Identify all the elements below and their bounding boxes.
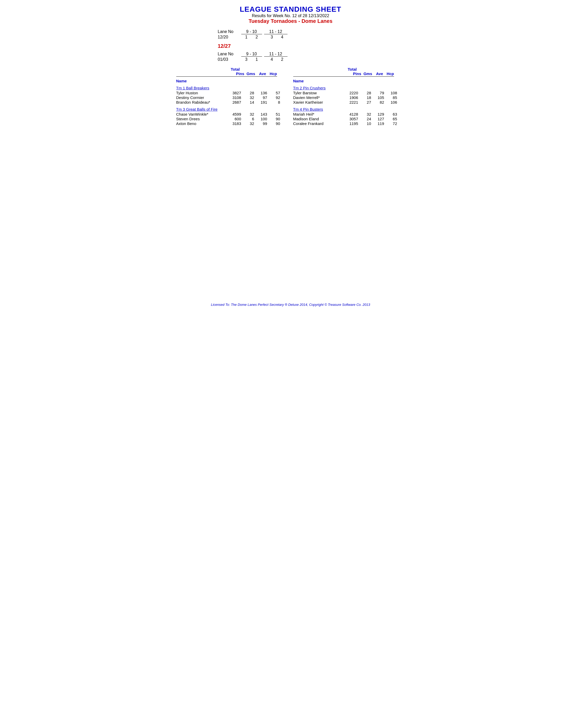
schedule2-v4: 2 — [277, 57, 287, 62]
name-header-right: Name — [293, 79, 348, 83]
lane-range2-2: 11 - 12 — [264, 52, 287, 57]
right-half: Total Pins Gms Ave Hcp Name Tm 2 Pin Cru… — [293, 67, 405, 126]
schedule1-v3: 3 — [267, 35, 277, 40]
player-name: Brandon Rabideau* — [176, 100, 228, 104]
team-1-section: Tm 1 Ball Breakers Tyler Huston 3827 28 … — [176, 86, 288, 104]
player-ave: 100 — [254, 116, 267, 121]
player-name: Madison Eland — [293, 116, 345, 121]
team-3-name: Tm 3 Great Balls of Fire — [176, 107, 288, 111]
schedule1-v4: 4 — [277, 35, 287, 40]
league-name: Tuesday Tornadoes - Dome Lanes — [176, 18, 405, 24]
player-row: Madison Eland 3057 24 127 65 — [293, 116, 405, 121]
player-ave: 191 — [254, 100, 267, 104]
lane-no-label-2: Lane No — [218, 52, 241, 56]
player-name: Tyler Barstow — [293, 91, 345, 95]
player-name: Xavier Kartheiser — [293, 100, 345, 104]
player-pins: 3827 — [228, 91, 241, 95]
player-gms: 32 — [241, 95, 254, 100]
player-ave: 82 — [371, 100, 384, 104]
player-gms: 27 — [358, 100, 371, 104]
player-row: Mariah Heil* 4128 32 129 63 — [293, 112, 405, 116]
player-pins: 1195 — [345, 121, 358, 126]
player-hcp: 106 — [384, 100, 397, 104]
left-col-headers: Total Pins Gms Ave Hcp — [176, 67, 288, 76]
player-pins: 2220 — [345, 91, 358, 95]
total-label-left: Total — [231, 67, 277, 72]
player-row: Xavier Kartheiser 2221 27 82 106 — [293, 100, 405, 104]
player-ave: 119 — [371, 121, 384, 126]
player-row: Tyler Barstow 2220 28 79 108 — [293, 91, 405, 95]
player-pins: 3057 — [345, 116, 358, 121]
footer: Licensed To: The Dome Lanes Perfect Secr… — [166, 303, 415, 307]
player-hcp: 108 — [384, 91, 397, 95]
player-pins: 600 — [228, 116, 241, 121]
player-name: Chase VanWinkle* — [176, 112, 228, 116]
pins-header-left: Pins — [231, 72, 244, 76]
player-row: Chase VanWinkle* 4599 32 143 51 — [176, 112, 288, 116]
player-row: Coralee Frankard 1195 10 119 72 — [293, 121, 405, 126]
player-hcp: 65 — [384, 116, 397, 121]
schedule2-value-row: 01/03 3 1 4 2 — [218, 57, 405, 62]
player-gms: 14 — [241, 100, 254, 104]
schedule1-v2: 2 — [252, 35, 262, 40]
player-pins: 4599 — [228, 112, 241, 116]
player-name: Tyler Huston — [176, 91, 228, 95]
player-name: Mariah Heil* — [293, 112, 345, 116]
player-hcp: 57 — [267, 91, 280, 95]
team-3-section: Tm 3 Great Balls of Fire Chase VanWinkle… — [176, 107, 288, 126]
player-ave: 127 — [371, 116, 384, 121]
team-1-name: Tm 1 Ball Breakers — [176, 86, 288, 90]
total-label-right: Total — [348, 67, 394, 72]
player-ave: 97 — [254, 95, 267, 100]
pins-header-right: Pins — [348, 72, 361, 76]
team-2-section: Tm 2 Pin Crushers Tyler Barstow 2220 28 … — [293, 86, 405, 104]
ave-header-right: Ave — [372, 72, 383, 76]
player-hcp: 8 — [267, 100, 280, 104]
player-row: Tyler Huston 3827 28 136 57 — [176, 91, 288, 95]
schedule1-value-row: 12/20 1 2 3 4 — [218, 35, 405, 40]
player-pins: 1906 — [345, 95, 358, 100]
player-name: Davien Merrell* — [293, 95, 345, 100]
player-gms: 32 — [241, 121, 254, 126]
lane-range1-2: 9 - 10 — [241, 52, 262, 57]
footer-text: Licensed To: The Dome Lanes Perfect Secr… — [211, 303, 370, 307]
results-line: Results for Week No. 12 of 28 12/13/2022 — [176, 14, 405, 18]
schedule2-header-row: Lane No 9 - 10 11 - 12 — [218, 52, 405, 57]
player-row: Brandon Rabideau* 2687 14 191 8 — [176, 100, 288, 104]
player-ave: 105 — [371, 95, 384, 100]
player-hcp: 90 — [267, 121, 280, 126]
team-2-name: Tm 2 Pin Crushers — [293, 86, 405, 90]
player-gms: 28 — [358, 91, 371, 95]
hcp-header-right: Hcp — [383, 72, 394, 76]
schedule2-v3: 4 — [267, 57, 277, 62]
player-gms: 6 — [241, 116, 254, 121]
player-row: Axton Beno 3183 32 99 90 — [176, 121, 288, 126]
player-pins: 2687 — [228, 100, 241, 104]
player-gms: 28 — [241, 91, 254, 95]
right-col-headers: Total Pins Gms Ave Hcp — [293, 67, 405, 76]
team-4-name: Tm 4 Pin Busters — [293, 107, 405, 111]
header: LEAGUE STANDING SHEET Results for Week N… — [176, 5, 405, 24]
player-gms: 18 — [358, 95, 371, 100]
lane-no-label-1: Lane No — [218, 29, 241, 34]
player-pins: 2221 — [345, 100, 358, 104]
player-name: Coralee Frankard — [293, 121, 345, 126]
ave-header-left: Ave — [255, 72, 266, 76]
player-hcp: 92 — [267, 95, 280, 100]
schedule2-v2: 1 — [252, 57, 262, 62]
player-ave: 136 — [254, 91, 267, 95]
player-ave: 143 — [254, 112, 267, 116]
player-hcp: 85 — [384, 95, 397, 100]
gms-header-right: Gms — [361, 72, 372, 76]
schedule1-date: 12/20 — [218, 35, 241, 40]
gms-header-left: Gms — [244, 72, 255, 76]
name-header-left: Name — [176, 79, 231, 83]
player-hcp: 72 — [384, 121, 397, 126]
team-4-section: Tm 4 Pin Busters Mariah Heil* 4128 32 12… — [293, 107, 405, 126]
player-ave: 99 — [254, 121, 267, 126]
schedule-section-1: Lane No 9 - 10 11 - 12 12/20 1 2 3 4 — [218, 29, 405, 40]
next-date: 12/27 — [218, 43, 405, 49]
player-gms: 10 — [358, 121, 371, 126]
player-row: Davien Merrell* 1906 18 105 85 — [293, 95, 405, 100]
player-hcp: 51 — [267, 112, 280, 116]
